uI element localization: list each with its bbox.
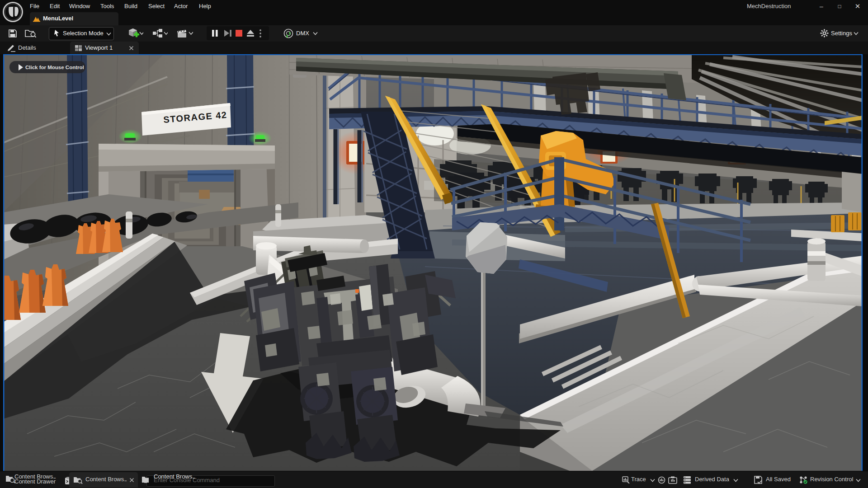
svg-text:Click for Mouse Control: Click for Mouse Control bbox=[25, 65, 84, 70]
